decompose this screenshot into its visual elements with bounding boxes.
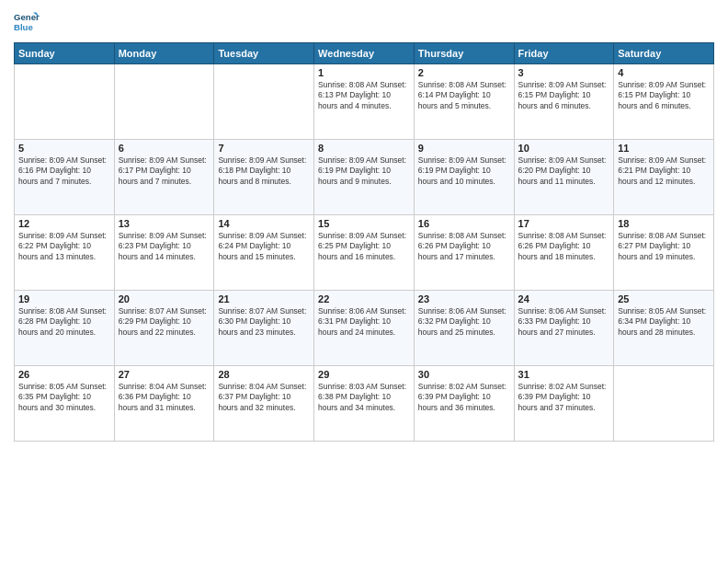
day-cell: 10Sunrise: 8:09 AM Sunset: 6:20 PM Dayli… <box>514 140 614 215</box>
day-cell: 1Sunrise: 8:08 AM Sunset: 6:13 PM Daylig… <box>314 64 415 140</box>
page: General Blue SundayMondayTuesdayWednesda… <box>0 0 728 563</box>
day-number: 13 <box>119 218 210 229</box>
day-number: 28 <box>218 369 310 380</box>
day-number: 5 <box>18 143 110 154</box>
day-cell: 22Sunrise: 8:06 AM Sunset: 6:31 PM Dayli… <box>314 291 415 366</box>
day-cell: 18Sunrise: 8:08 AM Sunset: 6:27 PM Dayli… <box>614 215 714 291</box>
day-detail: Sunrise: 8:08 AM Sunset: 6:28 PM Dayligh… <box>18 306 110 338</box>
day-detail: Sunrise: 8:07 AM Sunset: 6:30 PM Dayligh… <box>218 306 310 338</box>
day-cell: 26Sunrise: 8:05 AM Sunset: 6:35 PM Dayli… <box>15 366 115 442</box>
day-cell: 2Sunrise: 8:08 AM Sunset: 6:14 PM Daylig… <box>414 64 514 140</box>
weekday-saturday: Saturday <box>614 43 714 64</box>
logo: General Blue <box>14 9 40 35</box>
day-number: 3 <box>518 67 610 78</box>
day-number: 29 <box>318 369 410 380</box>
day-cell: 30Sunrise: 8:02 AM Sunset: 6:39 PM Dayli… <box>414 366 514 442</box>
day-detail: Sunrise: 8:07 AM Sunset: 6:29 PM Dayligh… <box>119 306 210 338</box>
day-number: 9 <box>418 143 510 154</box>
day-number: 20 <box>119 293 210 304</box>
day-number: 21 <box>218 293 310 304</box>
day-detail: Sunrise: 8:05 AM Sunset: 6:35 PM Dayligh… <box>18 382 110 413</box>
day-detail: Sunrise: 8:09 AM Sunset: 6:15 PM Dayligh… <box>618 80 710 111</box>
day-detail: Sunrise: 8:02 AM Sunset: 6:39 PM Dayligh… <box>518 382 610 413</box>
week-row-4: 19Sunrise: 8:08 AM Sunset: 6:28 PM Dayli… <box>15 291 714 366</box>
day-detail: Sunrise: 8:09 AM Sunset: 6:25 PM Dayligh… <box>318 231 410 262</box>
day-number: 25 <box>618 293 710 304</box>
calendar: SundayMondayTuesdayWednesdayThursdayFrid… <box>14 42 714 442</box>
day-detail: Sunrise: 8:06 AM Sunset: 6:33 PM Dayligh… <box>518 306 610 338</box>
day-number: 1 <box>318 67 410 78</box>
day-cell: 14Sunrise: 8:09 AM Sunset: 6:24 PM Dayli… <box>214 215 314 291</box>
weekday-sunday: Sunday <box>15 43 115 64</box>
day-number: 16 <box>418 218 510 229</box>
weekday-monday: Monday <box>114 43 214 64</box>
day-detail: Sunrise: 8:06 AM Sunset: 6:31 PM Dayligh… <box>318 306 410 338</box>
day-cell: 11Sunrise: 8:09 AM Sunset: 6:21 PM Dayli… <box>614 140 714 215</box>
day-cell: 5Sunrise: 8:09 AM Sunset: 6:16 PM Daylig… <box>15 140 115 215</box>
day-detail: Sunrise: 8:09 AM Sunset: 6:15 PM Dayligh… <box>518 80 610 111</box>
day-number: 10 <box>518 143 610 154</box>
week-row-5: 26Sunrise: 8:05 AM Sunset: 6:35 PM Dayli… <box>15 366 714 442</box>
svg-text:Blue: Blue <box>14 22 33 32</box>
day-number: 31 <box>518 369 610 380</box>
day-number: 24 <box>518 293 610 304</box>
day-cell: 25Sunrise: 8:05 AM Sunset: 6:34 PM Dayli… <box>614 291 714 366</box>
day-detail: Sunrise: 8:09 AM Sunset: 6:17 PM Dayligh… <box>119 155 210 187</box>
day-cell: 21Sunrise: 8:07 AM Sunset: 6:30 PM Dayli… <box>214 291 314 366</box>
weekday-thursday: Thursday <box>414 43 514 64</box>
day-cell <box>214 64 314 140</box>
day-cell: 17Sunrise: 8:08 AM Sunset: 6:26 PM Dayli… <box>514 215 614 291</box>
day-number: 26 <box>18 369 110 380</box>
day-detail: Sunrise: 8:04 AM Sunset: 6:36 PM Dayligh… <box>119 382 210 413</box>
day-detail: Sunrise: 8:09 AM Sunset: 6:19 PM Dayligh… <box>418 155 510 187</box>
day-detail: Sunrise: 8:08 AM Sunset: 6:27 PM Dayligh… <box>618 231 710 262</box>
day-number: 14 <box>218 218 310 229</box>
day-detail: Sunrise: 8:09 AM Sunset: 6:23 PM Dayligh… <box>119 231 210 262</box>
weekday-header-row: SundayMondayTuesdayWednesdayThursdayFrid… <box>15 43 714 64</box>
day-number: 18 <box>618 218 710 229</box>
day-number: 23 <box>418 293 510 304</box>
day-cell: 6Sunrise: 8:09 AM Sunset: 6:17 PM Daylig… <box>114 140 214 215</box>
day-number: 27 <box>119 369 210 380</box>
day-number: 6 <box>119 143 210 154</box>
day-cell: 19Sunrise: 8:08 AM Sunset: 6:28 PM Dayli… <box>15 291 115 366</box>
day-cell: 31Sunrise: 8:02 AM Sunset: 6:39 PM Dayli… <box>514 366 614 442</box>
logo-icon: General Blue <box>14 9 40 35</box>
day-number: 15 <box>318 218 410 229</box>
day-number: 2 <box>418 67 510 78</box>
day-detail: Sunrise: 8:05 AM Sunset: 6:34 PM Dayligh… <box>618 306 710 338</box>
day-cell <box>614 366 714 442</box>
weekday-wednesday: Wednesday <box>314 43 415 64</box>
day-number: 4 <box>618 67 710 78</box>
day-detail: Sunrise: 8:04 AM Sunset: 6:37 PM Dayligh… <box>218 382 310 413</box>
day-cell: 16Sunrise: 8:08 AM Sunset: 6:26 PM Dayli… <box>414 215 514 291</box>
day-cell: 27Sunrise: 8:04 AM Sunset: 6:36 PM Dayli… <box>114 366 214 442</box>
day-detail: Sunrise: 8:09 AM Sunset: 6:19 PM Dayligh… <box>318 155 410 187</box>
day-cell: 29Sunrise: 8:03 AM Sunset: 6:38 PM Dayli… <box>314 366 415 442</box>
day-cell: 24Sunrise: 8:06 AM Sunset: 6:33 PM Dayli… <box>514 291 614 366</box>
day-number: 19 <box>18 293 110 304</box>
week-row-3: 12Sunrise: 8:09 AM Sunset: 6:22 PM Dayli… <box>15 215 714 291</box>
day-detail: Sunrise: 8:03 AM Sunset: 6:38 PM Dayligh… <box>318 382 410 413</box>
day-cell <box>15 64 115 140</box>
day-detail: Sunrise: 8:06 AM Sunset: 6:32 PM Dayligh… <box>418 306 510 338</box>
day-cell: 9Sunrise: 8:09 AM Sunset: 6:19 PM Daylig… <box>414 140 514 215</box>
day-cell: 4Sunrise: 8:09 AM Sunset: 6:15 PM Daylig… <box>614 64 714 140</box>
day-detail: Sunrise: 8:09 AM Sunset: 6:24 PM Dayligh… <box>218 231 310 262</box>
day-detail: Sunrise: 8:08 AM Sunset: 6:13 PM Dayligh… <box>318 80 410 111</box>
day-cell: 20Sunrise: 8:07 AM Sunset: 6:29 PM Dayli… <box>114 291 214 366</box>
day-cell: 23Sunrise: 8:06 AM Sunset: 6:32 PM Dayli… <box>414 291 514 366</box>
day-cell: 7Sunrise: 8:09 AM Sunset: 6:18 PM Daylig… <box>214 140 314 215</box>
day-detail: Sunrise: 8:09 AM Sunset: 6:22 PM Dayligh… <box>18 231 110 262</box>
day-cell <box>114 64 214 140</box>
day-detail: Sunrise: 8:09 AM Sunset: 6:18 PM Dayligh… <box>218 155 310 187</box>
day-cell: 12Sunrise: 8:09 AM Sunset: 6:22 PM Dayli… <box>15 215 115 291</box>
header: General Blue <box>14 9 714 35</box>
day-cell: 13Sunrise: 8:09 AM Sunset: 6:23 PM Dayli… <box>114 215 214 291</box>
day-cell: 28Sunrise: 8:04 AM Sunset: 6:37 PM Dayli… <box>214 366 314 442</box>
day-number: 12 <box>18 218 110 229</box>
day-cell: 3Sunrise: 8:09 AM Sunset: 6:15 PM Daylig… <box>514 64 614 140</box>
day-number: 22 <box>318 293 410 304</box>
week-row-2: 5Sunrise: 8:09 AM Sunset: 6:16 PM Daylig… <box>15 140 714 215</box>
day-cell: 8Sunrise: 8:09 AM Sunset: 6:19 PM Daylig… <box>314 140 415 215</box>
